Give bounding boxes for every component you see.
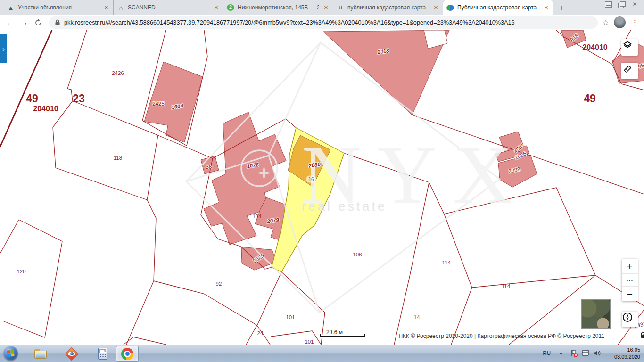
parcel-notch bbox=[424, 30, 447, 49]
image-viewer-eye-icon bbox=[66, 348, 78, 360]
scale-line bbox=[320, 336, 365, 337]
map-viewport[interactable]: NYX real estate + ••• − bbox=[0, 30, 644, 345]
address-bar[interactable]: pkk.rosreestr.ru/#/search/43.58866014543… bbox=[49, 16, 598, 29]
fullscreen-icon[interactable] bbox=[641, 332, 644, 338]
close-tab-icon[interactable]: ✕ bbox=[322, 5, 330, 11]
screen: ▲ Участки объявления ✕ ⌂ SCANNED ✕ 2 Ниж… bbox=[0, 0, 644, 362]
browser-toolbar: ← → pkk.rosreestr.ru/#/search/43.5886601… bbox=[0, 15, 644, 30]
locate-button[interactable] bbox=[622, 312, 638, 327]
tab-yandex-search[interactable]: Я публичная кадастровая карта ✕ bbox=[333, 0, 443, 15]
district-boundary-line bbox=[0, 30, 52, 147]
forward-button[interactable]: → bbox=[17, 16, 31, 29]
browser-menu-icon[interactable]: ⋮ bbox=[631, 20, 638, 25]
tab-listings[interactable]: ▲ Участки объявления ✕ bbox=[4, 0, 114, 15]
layers-icon bbox=[621, 39, 634, 51]
taskbar-calculator-button[interactable]: 0 bbox=[93, 346, 112, 362]
browser-tab-bar: ▲ Участки объявления ✕ ⌂ SCANNED ✕ 2 Ниж… bbox=[0, 0, 644, 15]
tab-title: SCANNED bbox=[128, 4, 209, 11]
scale-bar: 23.6 м bbox=[320, 329, 365, 337]
tab-title: Участки объявления bbox=[18, 4, 99, 11]
clock-date: 03.09.2020 bbox=[614, 354, 640, 361]
tab-pkk-active[interactable]: Публичная кадастровая карта ✕ bbox=[443, 0, 553, 15]
close-icon[interactable]: ✕ bbox=[631, 1, 638, 8]
zoom-in-button[interactable]: + bbox=[622, 259, 638, 273]
taskbar-clock[interactable]: 16:05 03.09.2020 bbox=[614, 346, 640, 361]
house-icon: ⌂ bbox=[117, 4, 124, 11]
taskbar-imageviewer-button[interactable] bbox=[62, 346, 81, 362]
minimize-icon[interactable] bbox=[605, 1, 612, 8]
tray-window-icon[interactable] bbox=[581, 349, 590, 357]
taskbar-explorer-button[interactable] bbox=[31, 346, 50, 362]
scale-label: 23.6 м bbox=[326, 329, 365, 336]
chrome-icon bbox=[121, 348, 133, 360]
yandex-icon: Я bbox=[337, 4, 344, 11]
cadastral-map-canvas: NYX real estate bbox=[0, 30, 644, 345]
zoom-more-button[interactable]: ••• bbox=[622, 273, 638, 287]
rosreestr-icon bbox=[446, 5, 454, 11]
start-button[interactable] bbox=[3, 346, 18, 361]
window-controls: ✕ bbox=[605, 1, 638, 8]
measure-button[interactable] bbox=[621, 63, 638, 79]
explorer-icon bbox=[34, 349, 47, 359]
clock-time: 16:05 bbox=[614, 346, 640, 354]
calculator-icon: 0 bbox=[98, 348, 107, 360]
tab-title: Публичная кадастровая карта bbox=[457, 4, 539, 11]
volume-icon[interactable] bbox=[593, 349, 602, 357]
mountain-icon: ▲ bbox=[7, 4, 15, 11]
action-center-flag-icon[interactable] bbox=[570, 349, 578, 357]
language-indicator[interactable]: RU bbox=[543, 350, 551, 356]
close-tab-icon[interactable]: ✕ bbox=[103, 5, 110, 11]
minimap-thumbnail[interactable] bbox=[581, 299, 611, 329]
side-panel-toggle[interactable]: › bbox=[0, 34, 7, 63]
tab-2gis[interactable]: 2 Нижнеимеретинская, 145Б — 2 ✕ bbox=[223, 0, 333, 15]
windows-logo-icon bbox=[7, 350, 14, 356]
tab-scanned[interactable]: ⌂ SCANNED ✕ bbox=[114, 0, 223, 15]
bookmark-star-icon[interactable]: ☆ bbox=[603, 18, 609, 27]
map-attribution: ПКК © Росреестр 2010-2020 | Картографиче… bbox=[398, 333, 604, 339]
restore-icon[interactable] bbox=[618, 1, 625, 8]
compass-icon bbox=[622, 312, 633, 323]
reload-button[interactable] bbox=[31, 16, 45, 29]
close-tab-icon[interactable]: ✕ bbox=[432, 5, 439, 11]
profile-avatar[interactable] bbox=[614, 16, 626, 28]
layers-button[interactable] bbox=[621, 39, 638, 56]
url-text[interactable]: pkk.rosreestr.ru/#/search/43.58866014543… bbox=[64, 19, 515, 26]
back-button[interactable]: ← bbox=[3, 16, 17, 29]
new-tab-button[interactable]: + bbox=[556, 2, 568, 14]
taskbar-chrome-button[interactable] bbox=[116, 346, 139, 362]
tab-title: публичная кадастровая карта bbox=[347, 4, 429, 11]
zoom-out-button[interactable]: − bbox=[622, 287, 638, 301]
close-tab-icon[interactable]: ✕ bbox=[543, 5, 550, 11]
hidden-icons-chevron-icon[interactable] bbox=[559, 352, 563, 354]
reload-icon bbox=[34, 19, 42, 26]
2gis-icon: 2 bbox=[227, 4, 234, 11]
close-tab-icon[interactable]: ✕ bbox=[213, 5, 220, 11]
zoom-controls: + ••• − bbox=[622, 259, 638, 301]
lock-icon bbox=[55, 19, 60, 26]
ruler-icon bbox=[621, 63, 634, 75]
watermark-tagline: real estate bbox=[302, 199, 387, 214]
taskbar: 0 RU bbox=[0, 345, 644, 362]
tab-title: Нижнеимеретинская, 145Б — 2 bbox=[238, 4, 319, 11]
